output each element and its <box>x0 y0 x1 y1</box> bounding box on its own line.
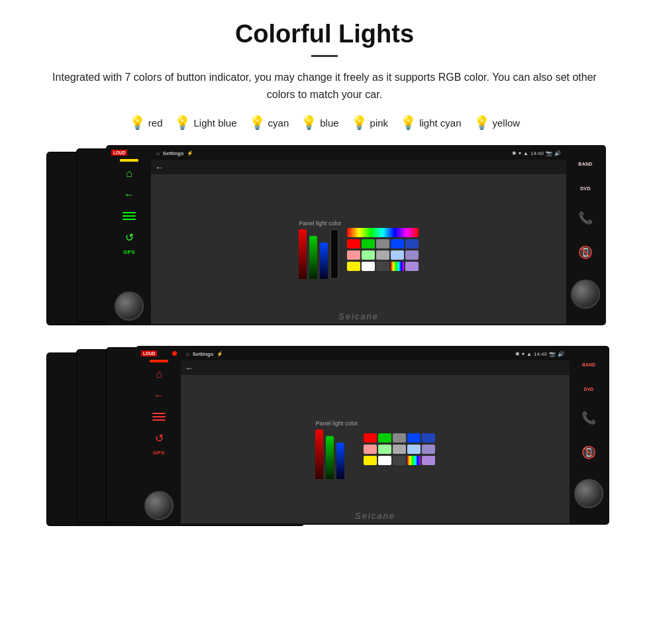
phone-green-icon-top[interactable]: 📞 <box>578 211 593 225</box>
cc-r3c2 <box>362 262 375 271</box>
vol-icon-bottom: 🔊 <box>558 351 564 357</box>
menu-button-top[interactable] <box>119 207 140 225</box>
color-label-lightblue: Light blue <box>193 117 236 129</box>
phone-green-icon-bottom[interactable]: 📞 <box>581 411 596 425</box>
panel-left-controls: LOUD ⌂ ← ↺ GPS <box>107 146 151 324</box>
back-icon-bottom: ← <box>154 390 164 402</box>
cc-r2c1 <box>347 250 360 260</box>
panel-left-bottom: LOUD ⌂ ← ↺ <box>137 347 181 523</box>
bc-r2c2 <box>378 445 391 454</box>
back-icon-top: ← <box>124 189 134 201</box>
cyan-bulb-icon: 💡 <box>249 115 266 131</box>
watermark-bottom: Seicane <box>355 511 395 521</box>
screen-back-icon-bottom[interactable]: ← <box>185 363 193 373</box>
cc-r3c1 <box>347 262 360 271</box>
panel-screen-bottom: ⌂ Settings ⚡ ✱ ▾ ▲ 14:40 📷 🔊 ← <box>181 347 570 523</box>
menu-button-bottom[interactable] <box>148 407 170 426</box>
menu-lines-bottom <box>152 413 166 421</box>
slider-red-bottom <box>315 429 323 479</box>
sliders-top <box>299 229 341 279</box>
bc-r3c5 <box>422 456 435 465</box>
cg-row3-bottom <box>364 456 435 465</box>
refresh-button-bottom[interactable]: ↺ <box>148 429 170 447</box>
camera-icon-bottom: 📷 <box>549 351 556 357</box>
status-bar-bottom: ⌂ Settings ⚡ ✱ ▾ ▲ 14:40 📷 🔊 <box>181 347 570 360</box>
bluetooth-icon-bottom: ✱ <box>515 351 520 357</box>
knob-right-bottom[interactable] <box>574 479 603 508</box>
rainbow-top <box>347 228 419 237</box>
bc-r3c3 <box>393 456 406 465</box>
phone-red-icon-top[interactable]: 📵 <box>578 245 593 260</box>
panel-right-bottom: BAND DVD 📞 📵 <box>570 347 608 523</box>
status-plug-icon-top: ⚡ <box>187 150 193 156</box>
color-item-lightcyan: 💡 light cyan <box>400 115 461 131</box>
cc-r1c2 <box>362 239 375 248</box>
color-item-red: 💡 red <box>129 115 163 131</box>
panel-light-label-top: Panel light color <box>299 220 341 227</box>
bc-r1c3 <box>393 433 406 443</box>
back-button-top[interactable]: ← <box>119 186 140 204</box>
band-label-top[interactable]: BAND <box>578 162 592 166</box>
refresh-icon-bottom: ↺ <box>155 432 164 445</box>
yellow-indicator-top <box>120 159 138 162</box>
bottom-device-panel: LOUD ⌂ ← ↺ <box>40 346 609 541</box>
wifi-icon-bottom: ▾ <box>522 351 524 357</box>
refresh-button-top[interactable]: ↺ <box>119 228 140 246</box>
bc-r1c5 <box>422 433 435 443</box>
band-label-bottom[interactable]: BAND <box>582 362 595 367</box>
cc-r2c5 <box>405 250 419 260</box>
widget-left-bottom: Panel light color <box>315 420 358 479</box>
time-bottom: 14:40 <box>534 351 547 357</box>
status-home-icon-top: ⌂ <box>156 150 160 156</box>
loud-badge-bottom: LOUD <box>141 350 157 356</box>
bc-r1c1 <box>364 433 377 443</box>
dvd-label-bottom[interactable]: DVD <box>584 387 594 392</box>
slider-green-top <box>309 236 317 279</box>
status-left-bottom: ⌂ Settings ⚡ <box>186 351 223 357</box>
status-bar-top: ⌂ Settings ⚡ ✱ ▾ ▲ 14:40 📷 🔊 <box>151 146 566 160</box>
widget-left-top: Panel light color <box>299 220 341 279</box>
lightcyan-bulb-icon: 💡 <box>400 115 417 131</box>
cg-row2-top <box>347 250 419 260</box>
knob-top[interactable] <box>115 292 144 321</box>
screen-back-icon-top[interactable]: ← <box>155 162 164 172</box>
color-widget-bottom: Panel light color <box>311 416 438 483</box>
color-label-pink: pink <box>370 117 389 129</box>
phone-red-icon-bottom[interactable]: 📵 <box>581 445 596 460</box>
screen-main-top: Panel light color <box>151 174 566 324</box>
slider-blue-top <box>320 242 328 279</box>
page-wrapper: Colorful Lights Integrated with 7 colors… <box>0 0 649 561</box>
color-item-pink: 💡 pink <box>351 115 389 131</box>
cc-r2c3 <box>376 250 389 260</box>
screen-nav-top: ← <box>151 160 566 174</box>
color-label-red: red <box>148 117 163 129</box>
signal-icon-bottom: ▲ <box>526 351 532 357</box>
bc-r2c5 <box>422 445 435 454</box>
bc-r2c1 <box>364 445 377 454</box>
bc-r3c2 <box>378 456 391 465</box>
gps-label-bottom: GPS <box>153 450 165 456</box>
status-home-icon-bottom: ⌂ <box>186 351 189 357</box>
knob-right-top[interactable] <box>571 280 600 309</box>
pink-bulb-icon: 💡 <box>351 115 368 131</box>
cc-r3c4 <box>391 262 404 271</box>
bc-r2c4 <box>407 445 421 454</box>
bc-r3c1 <box>364 456 377 465</box>
cc-r3c3 <box>376 262 389 271</box>
color-item-lightblue: 💡 Light blue <box>174 115 236 131</box>
lightblue-bulb-icon: 💡 <box>174 115 191 131</box>
cg-row3-top <box>347 262 419 271</box>
bc-r2c3 <box>393 445 406 454</box>
back-button-bottom[interactable]: ← <box>148 386 170 405</box>
home-button-top[interactable]: ⌂ <box>119 164 140 183</box>
home-button-bottom[interactable]: ⌂ <box>148 365 170 384</box>
home-icon-bottom: ⌂ <box>156 368 162 380</box>
main-front-panel-bottom: LOUD ⌂ ← ↺ <box>136 346 609 525</box>
loud-badge-top: LOUD <box>111 150 127 156</box>
screen-main-bottom: Panel light color <box>181 375 570 523</box>
knob-bottom[interactable] <box>144 491 174 520</box>
dvd-label-top[interactable]: DVD <box>580 186 591 191</box>
wifi-icon-top: ▾ <box>519 150 521 156</box>
vol-icon-top: 🔊 <box>554 150 561 156</box>
cc-r1c3 <box>376 239 389 248</box>
